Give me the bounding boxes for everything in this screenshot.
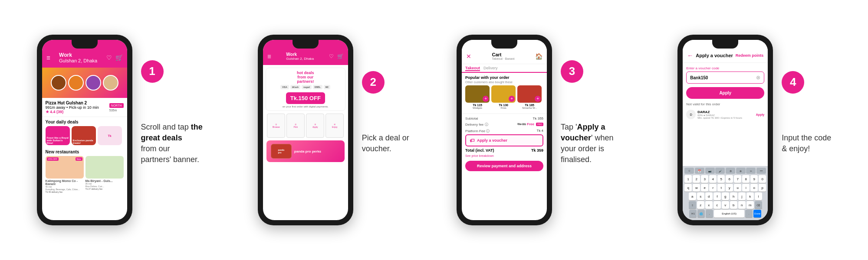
- platform-row: Platform Fee ⓘ Tk 4: [465, 128, 543, 134]
- key-4[interactable]: 4: [709, 175, 717, 183]
- phone3-voucher-btn[interactable]: 🏷 Apply a voucher: [465, 134, 543, 146]
- phone2-heart-icon[interactable]: ♡: [329, 53, 334, 59]
- key-c[interactable]: c: [713, 201, 721, 209]
- emoji-key-7[interactable]: ✂: [746, 168, 756, 174]
- step-1-line3: from our: [141, 144, 170, 153]
- key-o[interactable]: o: [750, 184, 758, 192]
- key-j[interactable]: j: [738, 192, 746, 200]
- key-i[interactable]: i: [742, 184, 750, 192]
- emoji-key-6[interactable]: ⊕: [736, 168, 746, 174]
- step-1-text: Scroll and tap the great deals from our …: [141, 122, 210, 166]
- key-d[interactable]: d: [705, 192, 713, 200]
- backspace-key[interactable]: ⌫: [755, 201, 762, 209]
- key-x[interactable]: x: [705, 201, 713, 209]
- key-3[interactable]: 3: [701, 175, 708, 183]
- phone4-input-box[interactable]: Bank150 ⊗: [686, 72, 764, 84]
- phone3-breakdown-link[interactable]: See price breakdown: [462, 154, 547, 159]
- key-k[interactable]: k: [746, 192, 754, 200]
- phone2-menu-icon[interactable]: ☰: [267, 54, 271, 59]
- space-key[interactable]: English (US): [714, 210, 744, 218]
- restaurant-2[interactable]: Ma Biryani - Guls... 35 min Rice Dishes,…: [85, 156, 124, 193]
- food-item-1[interactable]: + Tk 115 Wedges: [465, 85, 490, 109]
- key-a[interactable]: a: [689, 192, 696, 200]
- phone1-restaurants-row: 15% OFF New Kalimpong Momo Co - Banani 4…: [42, 156, 127, 193]
- add-wedges-btn[interactable]: +: [483, 96, 489, 102]
- subtotal-label: Subtotal: [465, 117, 478, 120]
- key-9[interactable]: 9: [750, 175, 758, 183]
- subtotal-row: Subtotal Tk 355: [465, 116, 543, 121]
- phone3-close-icon[interactable]: ✕: [466, 53, 471, 60]
- food-img-sriracha: +: [517, 85, 542, 103]
- restaurant-1[interactable]: 15% OFF New Kalimpong Momo Co - Banani 4…: [46, 156, 84, 193]
- key-p[interactable]: p: [759, 184, 766, 192]
- mini-screen-3: ③Apply: [306, 114, 324, 138]
- add-sriracha-btn[interactable]: +: [535, 96, 541, 102]
- key-s[interactable]: s: [697, 192, 704, 200]
- phone3-review-btn[interactable]: Review payment and address: [465, 161, 543, 171]
- key-0[interactable]: 0: [759, 175, 766, 183]
- emoji-key-8[interactable]: •••: [756, 168, 766, 174]
- deal-card-2[interactable]: Exclusive panda treats!: [72, 126, 96, 145]
- phone1-menu-icon[interactable]: ☰: [46, 55, 50, 60]
- period-key[interactable]: .: [745, 210, 753, 218]
- key-w[interactable]: w: [693, 184, 700, 192]
- key-6[interactable]: 6: [726, 175, 733, 183]
- key-5[interactable]: 5: [717, 175, 725, 183]
- key-e[interactable]: e: [701, 184, 708, 192]
- key-u[interactable]: u: [734, 184, 741, 192]
- phone4-offer-apply-btn[interactable]: Apply: [756, 113, 764, 116]
- key-b[interactable]: b: [730, 201, 737, 209]
- restaurant-2-name: Ma Biryani - Guls... 35 min Rice Dishes,…: [85, 179, 124, 190]
- key-h[interactable]: h: [730, 192, 737, 200]
- step-3-badge: 3: [561, 60, 583, 83]
- phone2-partners-banner[interactable]: hot dealsfrom ourpartners! VISA bKash na…: [266, 68, 345, 111]
- phone1-restaurant-name: Pizza Hut Gulshan 2: [46, 101, 99, 105]
- key-y[interactable]: y: [726, 184, 733, 192]
- emoji-key-4[interactable]: 🎤: [715, 168, 725, 174]
- tab-delivery[interactable]: Delivery: [483, 66, 498, 70]
- deal-card-3[interactable]: Tk: [98, 126, 122, 145]
- phone4-redeem-btn[interactable]: Redeem points: [736, 53, 764, 58]
- add-fries-btn[interactable]: +: [509, 96, 515, 102]
- shift-key[interactable]: ⇧: [689, 201, 696, 209]
- tab-takeout[interactable]: Takeout: [465, 66, 480, 71]
- globe-key[interactable]: 🌐: [697, 210, 705, 218]
- key-l[interactable]: l: [755, 192, 762, 200]
- done-key[interactable]: Done: [753, 210, 761, 218]
- food-item-3[interactable]: + Tk 185 Sriracha W...: [517, 85, 542, 109]
- phone4-apply-btn[interactable]: Apply: [686, 87, 764, 99]
- key-q[interactable]: q: [684, 184, 692, 192]
- key-n[interactable]: n: [738, 201, 746, 209]
- key-7[interactable]: 7: [734, 175, 741, 183]
- emoji-key-2[interactable]: 📅: [695, 168, 704, 174]
- emoji-key-5[interactable]: ⚙: [726, 168, 735, 174]
- key-g[interactable]: g: [722, 192, 729, 200]
- phone4-back-icon[interactable]: ←: [687, 52, 693, 59]
- comma-key[interactable]: ,: [706, 210, 713, 218]
- key-m[interactable]: m: [746, 201, 754, 209]
- key-z[interactable]: z: [697, 201, 704, 209]
- phone3-home-icon[interactable]: 🏠: [535, 53, 542, 60]
- key-t[interactable]: t: [717, 184, 725, 192]
- symbols-key[interactable]: !#1: [689, 210, 697, 218]
- phone4-clear-icon[interactable]: ⊗: [756, 75, 760, 81]
- keyboard-row-asdf: a s d f g h j k l: [684, 192, 766, 200]
- phone1-restaurant-card[interactable]: Pizza Hut Gulshan 2 991m away • Pick-up …: [42, 98, 127, 117]
- phone3-total-row: Total (incl. VAT) Tk 359: [462, 146, 547, 154]
- phone2-perks-banner[interactable]: pandapro panda pro perks: [266, 140, 345, 162]
- heart-icon[interactable]: ♡: [106, 54, 112, 61]
- key-1[interactable]: 1: [684, 175, 692, 183]
- keyboard-row-qwerty: q w e r t y u i o p: [684, 184, 766, 192]
- key-f[interactable]: f: [713, 192, 721, 200]
- mini-screen-4: ④Enjoy: [326, 114, 344, 138]
- key-2[interactable]: 2: [693, 175, 700, 183]
- emoji-key-1[interactable]: ☺: [684, 168, 694, 174]
- emoji-key-3[interactable]: 📷: [705, 168, 715, 174]
- deal-card-1[interactable]: Feast like a Royal with Sultan's Dine!: [46, 126, 70, 145]
- key-r[interactable]: r: [709, 184, 717, 192]
- cart-icon[interactable]: 🛒: [115, 54, 123, 61]
- food-item-2[interactable]: + Tk 130 Fries: [491, 85, 516, 109]
- phone2-cart-icon[interactable]: 🛒: [337, 53, 344, 59]
- key-v[interactable]: v: [722, 201, 729, 209]
- key-8[interactable]: 8: [742, 175, 750, 183]
